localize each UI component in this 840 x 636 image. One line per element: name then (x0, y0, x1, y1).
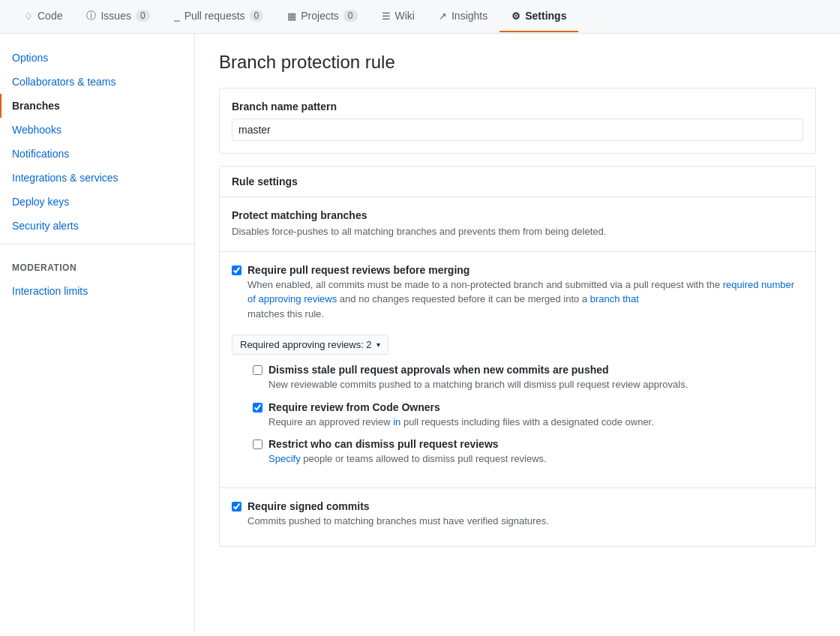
sidebar-item-deploy-keys[interactable]: Deploy keys (0, 190, 194, 214)
tab-code[interactable]: ♢ Code (12, 1, 74, 32)
sidebar-moderation-header: Moderation (0, 250, 194, 279)
restrict-dismiss-checkbox[interactable] (253, 440, 262, 449)
rule-settings-section: Rule settings Protect matching branches … (219, 166, 816, 547)
require-code-owners-label: Require review from Code Owners (268, 401, 654, 413)
code-icon: ♢ (24, 10, 33, 22)
branch-pattern-section: Branch name pattern (219, 88, 816, 154)
require-signed-commits-label: Require signed commits (248, 500, 549, 512)
dismiss-stale-desc: New reviewable commits pushed to a match… (268, 377, 688, 392)
require-pr-reviews-checkbox[interactable] (232, 266, 242, 275)
tab-projects[interactable]: ▦ Projects 0 (275, 1, 369, 32)
protect-matching-desc: Disables force-pushes to all matching br… (232, 224, 803, 239)
require-signed-commits-block: Require signed commits Commits pushed to… (220, 488, 815, 547)
require-pr-reviews-block: Require pull request reviews before merg… (220, 252, 815, 488)
require-pr-reviews-label: Require pull request reviews before merg… (248, 264, 803, 276)
dismiss-stale-label: Dismiss stale pull request approvals whe… (268, 364, 688, 376)
projects-icon: ▦ (287, 10, 296, 22)
require-pr-reviews-row: Require pull request reviews before merg… (232, 264, 803, 322)
protect-matching-block: Protect matching branches Disables force… (220, 197, 815, 252)
dismiss-stale-checkbox[interactable] (253, 365, 262, 375)
sidebar-item-notifications[interactable]: Notifications (0, 142, 194, 166)
tab-issues[interactable]: ⓘ Issues 0 (74, 0, 161, 33)
main-layout: Options Collaborators & teams Branches W… (0, 34, 840, 633)
tab-insights[interactable]: ↗ Insights (427, 1, 500, 32)
sidebar-item-integrations-services[interactable]: Integrations & services (0, 166, 194, 190)
pr-review-sub-options: Dismiss stale pull request approvals whe… (253, 364, 803, 466)
require-signed-commits-desc: Commits pushed to matching branches must… (248, 514, 549, 529)
projects-badge: 0 (344, 10, 358, 22)
branch-pattern-label: Branch name pattern (232, 100, 803, 112)
branch-pattern-input[interactable] (232, 118, 803, 141)
page-title: Branch protection rule (219, 52, 816, 73)
issues-icon: ⓘ (86, 9, 96, 22)
pr-icon: ⎯ (174, 10, 180, 22)
sidebar-item-webhooks[interactable]: Webhooks (0, 118, 194, 142)
restrict-dismiss-desc: Specify people or teams allowed to dismi… (268, 452, 547, 466)
pr-badge: 0 (250, 10, 264, 22)
dismiss-stale-option: Dismiss stale pull request approvals whe… (253, 364, 803, 392)
rule-settings-header: Rule settings (220, 166, 815, 197)
content-area: Branch protection rule Branch name patte… (195, 34, 840, 633)
tab-wiki[interactable]: ☰ Wiki (370, 1, 427, 32)
sidebar: Options Collaborators & teams Branches W… (0, 34, 195, 633)
wiki-icon: ☰ (382, 10, 391, 22)
require-code-owners-checkbox[interactable] (253, 403, 262, 412)
sidebar-item-branches[interactable]: Branches (0, 94, 194, 118)
sidebar-item-interaction-limits[interactable]: Interaction limits (0, 279, 194, 303)
sidebar-divider (0, 244, 194, 244)
sidebar-item-collaborators-teams[interactable]: Collaborators & teams (0, 70, 194, 94)
require-code-owners-option: Require review from Code Owners Require … (253, 401, 803, 430)
sidebar-item-options[interactable]: Options (0, 46, 194, 70)
sidebar-item-security-alerts[interactable]: Security alerts (0, 214, 194, 238)
settings-icon: ⚙ (512, 10, 520, 22)
restrict-dismiss-label: Restrict who can dismiss pull request re… (268, 438, 547, 450)
require-pr-reviews-desc: When enabled, all commits must be made t… (248, 278, 803, 322)
tab-settings[interactable]: ⚙ Settings (500, 1, 578, 32)
issues-badge: 0 (136, 10, 150, 22)
protect-matching-title: Protect matching branches (232, 209, 803, 221)
dropdown-arrow-icon: ▾ (376, 340, 380, 349)
require-code-owners-desc: Require an approved review in pull reque… (268, 415, 654, 430)
required-approving-reviews-dropdown[interactable]: Required approving reviews: 2 ▾ (232, 334, 388, 355)
insights-icon: ↗ (439, 10, 447, 22)
restrict-dismiss-option: Restrict who can dismiss pull request re… (253, 438, 803, 466)
top-nav: ♢ Code ⓘ Issues 0 ⎯ Pull requests 0 ▦ Pr… (0, 0, 840, 34)
tab-pull-requests[interactable]: ⎯ Pull requests 0 (162, 1, 276, 32)
require-signed-commits-checkbox[interactable] (232, 502, 242, 512)
